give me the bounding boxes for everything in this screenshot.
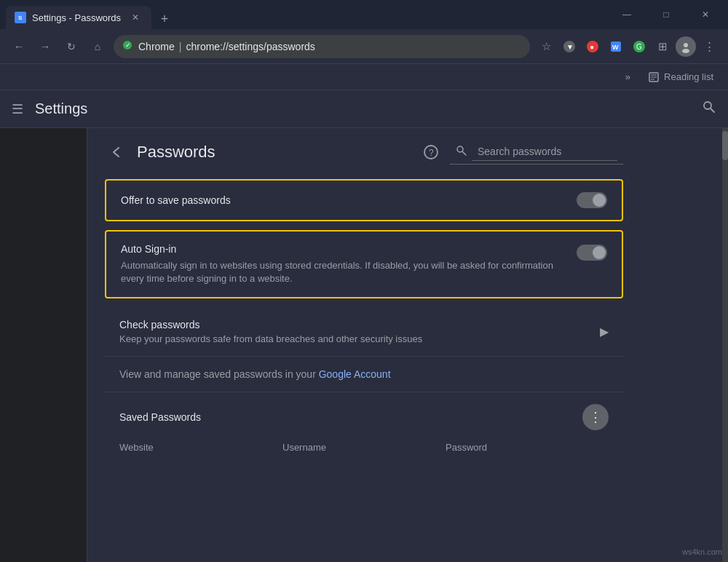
manage-passwords-section: View and manage saved passwords in your … <box>105 357 623 392</box>
url-prefix: chrome:// <box>186 41 228 52</box>
browser-titlebar: S Settings - Passwords ✕ + — □ ✕ <box>0 0 728 29</box>
forward-button[interactable]: → <box>35 36 55 57</box>
maximize-button[interactable]: □ <box>649 4 683 25</box>
refresh-button[interactable]: ↻ <box>61 36 82 57</box>
home-button[interactable]: ⌂ <box>87 36 108 57</box>
svg-point-13 <box>684 43 688 47</box>
reading-list-button[interactable]: Reading list <box>642 68 719 86</box>
svg-text:▼: ▼ <box>566 43 574 51</box>
svg-text:S: S <box>18 15 23 21</box>
extensions-button[interactable]: ⊞ <box>652 36 673 57</box>
settings-header: ☰ Settings <box>0 90 728 128</box>
reading-list-label: Reading list <box>664 71 713 82</box>
chrome-menu-button[interactable]: ⋮ <box>699 36 719 57</box>
check-passwords-desc: Keep your passwords safe from data breac… <box>119 333 422 344</box>
back-to-settings-button[interactable] <box>105 140 128 164</box>
url-path: settings <box>229 41 264 52</box>
search-passwords-container <box>450 140 623 165</box>
auto-signin-item: Auto Sign-in Automatically sign in to we… <box>105 230 623 298</box>
settings-sidebar <box>0 128 87 562</box>
download-icon: ▼ <box>559 36 579 57</box>
address-text: Chrome | chrome://settings/passwords <box>138 41 315 52</box>
search-passwords-input[interactable] <box>472 143 617 161</box>
offer-save-label: Offer to save passwords <box>121 194 231 206</box>
url-suffix: /passwords <box>264 41 315 52</box>
panel-header: Passwords ? <box>105 140 623 165</box>
svg-point-14 <box>682 49 689 53</box>
reading-bar: » Reading list <box>0 64 728 90</box>
google-account-link[interactable]: Google Account <box>319 368 391 380</box>
close-button[interactable]: ✕ <box>689 4 722 25</box>
column-username: Username <box>282 442 446 453</box>
svg-point-23 <box>457 146 463 152</box>
address-bar[interactable]: ✓ Chrome | chrome://settings/passwords <box>114 35 530 58</box>
passwords-panel: Passwords ? <box>87 128 641 470</box>
tab-close-button[interactable]: ✕ <box>128 10 143 25</box>
saved-passwords-more-button[interactable]: ⋮ <box>582 404 609 430</box>
bookmark-button[interactable]: ☆ <box>536 36 556 57</box>
tab-bar: S Settings - Passwords ✕ + <box>6 0 607 29</box>
offer-save-toggle-thumb <box>593 194 606 207</box>
check-passwords-text: Check passwords Keep your passwords safe… <box>119 319 422 344</box>
scrollbar[interactable] <box>722 128 728 562</box>
offer-save-passwords-item: Offer to save passwords <box>105 179 623 221</box>
saved-passwords-title: Saved Passwords <box>119 411 201 423</box>
manage-passwords-text: View and manage saved passwords in your <box>119 368 319 380</box>
check-passwords-item[interactable]: Check passwords Keep your passwords safe… <box>105 307 623 357</box>
settings-main: Passwords ? <box>87 128 728 562</box>
search-passwords-icon <box>456 145 467 159</box>
site-name: Chrome <box>138 41 175 52</box>
offer-save-toggle[interactable] <box>577 192 607 208</box>
profile-button[interactable] <box>676 36 696 57</box>
svg-text:?: ? <box>429 148 434 158</box>
svg-text:✓: ✓ <box>125 41 131 49</box>
check-passwords-chevron: ▶ <box>600 325 609 339</box>
auto-signin-description: Automatically sign in to websites using … <box>121 259 565 285</box>
new-tab-button[interactable]: + <box>154 9 175 29</box>
scrollbar-thumb[interactable] <box>722 131 728 160</box>
column-website: Website <box>119 442 282 453</box>
hamburger-menu[interactable]: ☰ <box>12 101 23 117</box>
saved-passwords-header: Saved Passwords ⋮ <box>105 392 623 436</box>
panel-title: Passwords <box>137 143 412 162</box>
help-button[interactable]: ? <box>421 142 441 162</box>
back-button[interactable]: ← <box>9 36 29 57</box>
svg-text:G: G <box>636 43 642 51</box>
auto-signin-toggle[interactable] <box>577 245 607 261</box>
svg-text:●: ● <box>590 43 594 51</box>
auto-signin-text: Auto Sign-in Automatically sign in to we… <box>121 243 565 285</box>
active-tab[interactable]: S Settings - Passwords ✕ <box>6 6 151 29</box>
window-controls: — □ ✕ <box>610 4 722 25</box>
record-icon: ● <box>582 36 603 57</box>
svg-line-20 <box>711 108 714 112</box>
extension-icon-2[interactable]: G <box>629 36 649 57</box>
tab-label: Settings - Passwords <box>32 12 121 23</box>
watermark: ws4kn.com <box>682 547 722 556</box>
expand-icon[interactable]: » <box>625 71 630 82</box>
browser-toolbar: ← → ↻ ⌂ ✓ Chrome | chrome://settings/pas… <box>0 29 728 64</box>
address-url: chrome://settings/passwords <box>186 41 314 52</box>
settings-page-title: Settings <box>35 100 690 117</box>
passwords-table-header: Website Username Password <box>105 436 623 459</box>
auto-signin-toggle-thumb <box>593 246 606 259</box>
settings-search-button[interactable] <box>702 100 716 118</box>
column-password: Password <box>446 442 609 453</box>
svg-text:W: W <box>612 44 619 51</box>
toolbar-icons: ☆ ▼ ● W G ⊞ ⋮ <box>536 36 719 57</box>
address-separator: | <box>179 41 182 52</box>
auto-signin-title: Auto Sign-in <box>121 243 565 255</box>
secure-icon: ✓ <box>122 40 132 52</box>
check-passwords-title: Check passwords <box>119 319 422 331</box>
svg-line-24 <box>463 151 467 155</box>
settings-content: Passwords ? <box>0 128 728 562</box>
minimize-button[interactable]: — <box>610 4 644 25</box>
extension-icon-1[interactable]: W <box>606 36 626 57</box>
settings-page: ☰ Settings Passwords ? <box>0 90 728 562</box>
tab-favicon: S <box>15 12 26 23</box>
panel-actions: ? <box>421 140 623 165</box>
